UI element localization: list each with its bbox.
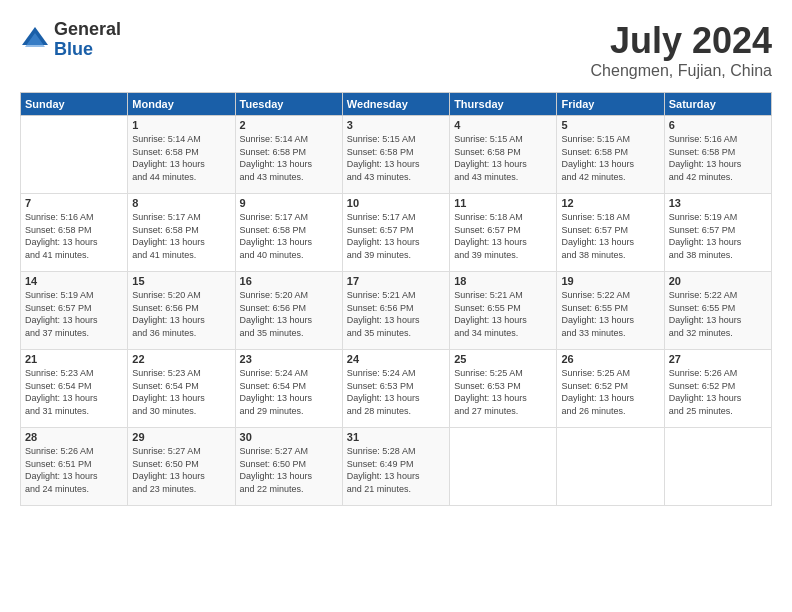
cell-content: Sunrise: 5:26 AM Sunset: 6:51 PM Dayligh… <box>25 445 123 495</box>
calendar-cell: 19Sunrise: 5:22 AM Sunset: 6:55 PM Dayli… <box>557 272 664 350</box>
day-number: 17 <box>347 275 445 287</box>
day-number: 1 <box>132 119 230 131</box>
day-number: 15 <box>132 275 230 287</box>
cell-content: Sunrise: 5:22 AM Sunset: 6:55 PM Dayligh… <box>669 289 767 339</box>
day-number: 11 <box>454 197 552 209</box>
calendar-cell: 27Sunrise: 5:26 AM Sunset: 6:52 PM Dayli… <box>664 350 771 428</box>
day-number: 19 <box>561 275 659 287</box>
day-number: 12 <box>561 197 659 209</box>
cell-content: Sunrise: 5:16 AM Sunset: 6:58 PM Dayligh… <box>25 211 123 261</box>
month-title: July 2024 <box>591 20 772 62</box>
calendar-cell: 7Sunrise: 5:16 AM Sunset: 6:58 PM Daylig… <box>21 194 128 272</box>
calendar-cell: 3Sunrise: 5:15 AM Sunset: 6:58 PM Daylig… <box>342 116 449 194</box>
day-number: 29 <box>132 431 230 443</box>
cell-content: Sunrise: 5:18 AM Sunset: 6:57 PM Dayligh… <box>454 211 552 261</box>
cell-content: Sunrise: 5:14 AM Sunset: 6:58 PM Dayligh… <box>240 133 338 183</box>
calendar-cell: 23Sunrise: 5:24 AM Sunset: 6:54 PM Dayli… <box>235 350 342 428</box>
day-number: 31 <box>347 431 445 443</box>
calendar-cell: 1Sunrise: 5:14 AM Sunset: 6:58 PM Daylig… <box>128 116 235 194</box>
cell-content: Sunrise: 5:24 AM Sunset: 6:53 PM Dayligh… <box>347 367 445 417</box>
weekday-header-row: SundayMondayTuesdayWednesdayThursdayFrid… <box>21 93 772 116</box>
cell-content: Sunrise: 5:23 AM Sunset: 6:54 PM Dayligh… <box>25 367 123 417</box>
day-number: 3 <box>347 119 445 131</box>
calendar-cell: 9Sunrise: 5:17 AM Sunset: 6:58 PM Daylig… <box>235 194 342 272</box>
day-number: 10 <box>347 197 445 209</box>
calendar-week-row: 7Sunrise: 5:16 AM Sunset: 6:58 PM Daylig… <box>21 194 772 272</box>
calendar-cell: 16Sunrise: 5:20 AM Sunset: 6:56 PM Dayli… <box>235 272 342 350</box>
calendar-cell: 5Sunrise: 5:15 AM Sunset: 6:58 PM Daylig… <box>557 116 664 194</box>
calendar-cell <box>557 428 664 506</box>
weekday-header-wednesday: Wednesday <box>342 93 449 116</box>
logo-text: General Blue <box>54 20 121 60</box>
day-number: 27 <box>669 353 767 365</box>
weekday-header-tuesday: Tuesday <box>235 93 342 116</box>
calendar-header: SundayMondayTuesdayWednesdayThursdayFrid… <box>21 93 772 116</box>
day-number: 5 <box>561 119 659 131</box>
calendar-week-row: 14Sunrise: 5:19 AM Sunset: 6:57 PM Dayli… <box>21 272 772 350</box>
day-number: 23 <box>240 353 338 365</box>
calendar-cell: 30Sunrise: 5:27 AM Sunset: 6:50 PM Dayli… <box>235 428 342 506</box>
weekday-header-monday: Monday <box>128 93 235 116</box>
location: Chengmen, Fujian, China <box>591 62 772 80</box>
header: General Blue July 2024 Chengmen, Fujian,… <box>20 20 772 80</box>
weekday-header-sunday: Sunday <box>21 93 128 116</box>
cell-content: Sunrise: 5:16 AM Sunset: 6:58 PM Dayligh… <box>669 133 767 183</box>
calendar-cell: 13Sunrise: 5:19 AM Sunset: 6:57 PM Dayli… <box>664 194 771 272</box>
day-number: 21 <box>25 353 123 365</box>
cell-content: Sunrise: 5:21 AM Sunset: 6:56 PM Dayligh… <box>347 289 445 339</box>
day-number: 16 <box>240 275 338 287</box>
logo-icon <box>20 25 50 55</box>
calendar-week-row: 21Sunrise: 5:23 AM Sunset: 6:54 PM Dayli… <box>21 350 772 428</box>
cell-content: Sunrise: 5:22 AM Sunset: 6:55 PM Dayligh… <box>561 289 659 339</box>
calendar-cell: 6Sunrise: 5:16 AM Sunset: 6:58 PM Daylig… <box>664 116 771 194</box>
cell-content: Sunrise: 5:18 AM Sunset: 6:57 PM Dayligh… <box>561 211 659 261</box>
calendar-cell <box>664 428 771 506</box>
day-number: 18 <box>454 275 552 287</box>
cell-content: Sunrise: 5:15 AM Sunset: 6:58 PM Dayligh… <box>347 133 445 183</box>
cell-content: Sunrise: 5:23 AM Sunset: 6:54 PM Dayligh… <box>132 367 230 417</box>
cell-content: Sunrise: 5:21 AM Sunset: 6:55 PM Dayligh… <box>454 289 552 339</box>
calendar-cell: 29Sunrise: 5:27 AM Sunset: 6:50 PM Dayli… <box>128 428 235 506</box>
cell-content: Sunrise: 5:20 AM Sunset: 6:56 PM Dayligh… <box>132 289 230 339</box>
day-number: 4 <box>454 119 552 131</box>
logo-general: General <box>54 20 121 40</box>
calendar-cell: 12Sunrise: 5:18 AM Sunset: 6:57 PM Dayli… <box>557 194 664 272</box>
cell-content: Sunrise: 5:17 AM Sunset: 6:58 PM Dayligh… <box>132 211 230 261</box>
day-number: 8 <box>132 197 230 209</box>
calendar-cell: 10Sunrise: 5:17 AM Sunset: 6:57 PM Dayli… <box>342 194 449 272</box>
cell-content: Sunrise: 5:19 AM Sunset: 6:57 PM Dayligh… <box>669 211 767 261</box>
cell-content: Sunrise: 5:27 AM Sunset: 6:50 PM Dayligh… <box>132 445 230 495</box>
day-number: 25 <box>454 353 552 365</box>
logo-blue: Blue <box>54 40 121 60</box>
cell-content: Sunrise: 5:17 AM Sunset: 6:57 PM Dayligh… <box>347 211 445 261</box>
calendar-page: General Blue July 2024 Chengmen, Fujian,… <box>0 0 792 612</box>
cell-content: Sunrise: 5:28 AM Sunset: 6:49 PM Dayligh… <box>347 445 445 495</box>
day-number: 14 <box>25 275 123 287</box>
cell-content: Sunrise: 5:27 AM Sunset: 6:50 PM Dayligh… <box>240 445 338 495</box>
weekday-header-thursday: Thursday <box>450 93 557 116</box>
calendar-cell: 24Sunrise: 5:24 AM Sunset: 6:53 PM Dayli… <box>342 350 449 428</box>
cell-content: Sunrise: 5:14 AM Sunset: 6:58 PM Dayligh… <box>132 133 230 183</box>
calendar-body: 1Sunrise: 5:14 AM Sunset: 6:58 PM Daylig… <box>21 116 772 506</box>
day-number: 28 <box>25 431 123 443</box>
cell-content: Sunrise: 5:26 AM Sunset: 6:52 PM Dayligh… <box>669 367 767 417</box>
day-number: 9 <box>240 197 338 209</box>
calendar-cell: 11Sunrise: 5:18 AM Sunset: 6:57 PM Dayli… <box>450 194 557 272</box>
calendar-table: SundayMondayTuesdayWednesdayThursdayFrid… <box>20 92 772 506</box>
day-number: 20 <box>669 275 767 287</box>
calendar-cell <box>21 116 128 194</box>
cell-content: Sunrise: 5:15 AM Sunset: 6:58 PM Dayligh… <box>561 133 659 183</box>
calendar-week-row: 1Sunrise: 5:14 AM Sunset: 6:58 PM Daylig… <box>21 116 772 194</box>
calendar-cell: 17Sunrise: 5:21 AM Sunset: 6:56 PM Dayli… <box>342 272 449 350</box>
calendar-cell <box>450 428 557 506</box>
calendar-cell: 15Sunrise: 5:20 AM Sunset: 6:56 PM Dayli… <box>128 272 235 350</box>
day-number: 13 <box>669 197 767 209</box>
day-number: 2 <box>240 119 338 131</box>
calendar-cell: 18Sunrise: 5:21 AM Sunset: 6:55 PM Dayli… <box>450 272 557 350</box>
calendar-cell: 2Sunrise: 5:14 AM Sunset: 6:58 PM Daylig… <box>235 116 342 194</box>
cell-content: Sunrise: 5:17 AM Sunset: 6:58 PM Dayligh… <box>240 211 338 261</box>
day-number: 7 <box>25 197 123 209</box>
cell-content: Sunrise: 5:25 AM Sunset: 6:53 PM Dayligh… <box>454 367 552 417</box>
calendar-cell: 20Sunrise: 5:22 AM Sunset: 6:55 PM Dayli… <box>664 272 771 350</box>
cell-content: Sunrise: 5:19 AM Sunset: 6:57 PM Dayligh… <box>25 289 123 339</box>
